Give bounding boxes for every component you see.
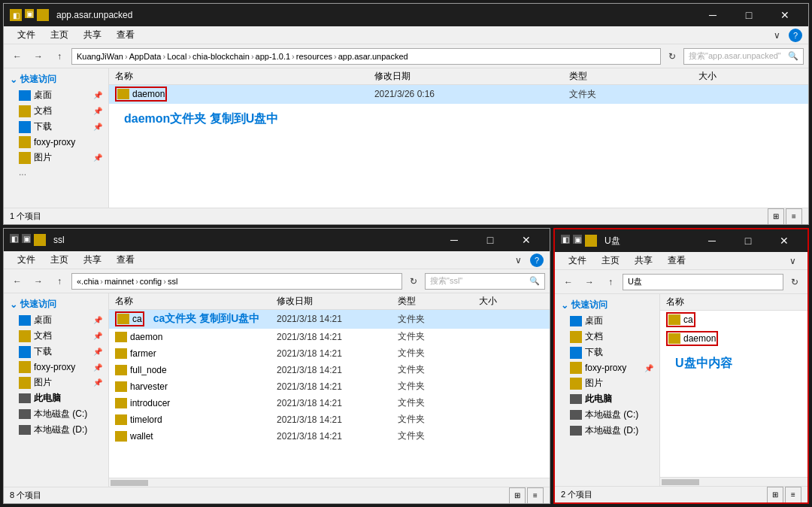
minimize-button-top[interactable]: ─ bbox=[695, 4, 730, 26]
collapse-btn-br[interactable]: ∨ bbox=[783, 252, 801, 270]
up-btn-top[interactable]: ↑ bbox=[50, 47, 68, 65]
sidebar-computer-br[interactable]: 此电脑 bbox=[555, 391, 659, 407]
table-row[interactable]: introducer 2021/3/18 14:21 文件夹 bbox=[109, 395, 550, 411]
menu-share-top[interactable]: 共享 bbox=[76, 27, 109, 43]
table-row[interactable]: ca ca文件夹 复制到U盘中 2021/3/18 14:21 文件夹 bbox=[109, 310, 550, 329]
refresh-btn-top[interactable]: ↻ bbox=[664, 48, 680, 65]
menu-view-bl[interactable]: 查看 bbox=[109, 252, 142, 268]
sidebar-dl-br[interactable]: 下载 bbox=[555, 345, 659, 360]
sidebar-c-br[interactable]: 本地磁盘 (C:) bbox=[555, 407, 659, 423]
menu-home-top[interactable]: 主页 bbox=[43, 27, 76, 43]
menu-view-top[interactable]: 查看 bbox=[109, 27, 142, 43]
sidebar-foxy-br[interactable]: foxy-proxy 📌 bbox=[555, 360, 659, 375]
quick-access-bl[interactable]: ⌄ 快速访问 bbox=[4, 296, 108, 312]
grid-view-icon[interactable]: ⊞ bbox=[768, 208, 784, 225]
sidebar-item-docs-top[interactable]: 文档 📌 bbox=[4, 103, 108, 119]
address-path-bl[interactable]: «.chia › mainnet › config › ssl bbox=[71, 273, 402, 290]
col-name-bl: 名称 bbox=[115, 295, 277, 308]
table-row[interactable]: timelord 2021/3/18 14:21 文件夹 bbox=[109, 411, 550, 428]
list-view-bl[interactable]: ≡ bbox=[527, 487, 544, 504]
sidebar-item-downloads-top[interactable]: 下载 📌 bbox=[4, 119, 108, 135]
computer-icon-br bbox=[570, 394, 582, 404]
table-row[interactable]: daemon bbox=[660, 329, 807, 348]
table-row[interactable]: ca bbox=[660, 311, 807, 329]
address-path-top[interactable]: KuangJiWan › AppData › Local › chia-bloc… bbox=[71, 48, 661, 65]
bl-annotation: ca文件夹 复制到U盘中 bbox=[153, 312, 260, 326]
hscroll-thumb-br[interactable] bbox=[662, 479, 699, 485]
help-btn-bl[interactable]: ? bbox=[530, 254, 544, 267]
sidebar-item-foxy-top[interactable]: foxy-proxy bbox=[4, 135, 108, 150]
close-button-top[interactable]: ✕ bbox=[768, 4, 802, 26]
close-btn-br[interactable]: ✕ bbox=[767, 229, 801, 252]
up-btn-br[interactable]: ↑ bbox=[601, 273, 620, 291]
close-btn-bl[interactable]: ✕ bbox=[509, 229, 544, 251]
sidebar-dl-bl[interactable]: 下载 📌 bbox=[4, 344, 108, 360]
menu-file-bl[interactable]: 文件 bbox=[10, 252, 43, 268]
minimize-btn-br[interactable]: ─ bbox=[695, 229, 729, 252]
minimize-btn-bl[interactable]: ─ bbox=[437, 229, 471, 251]
col-size-top: 大小 bbox=[698, 70, 802, 83]
sidebar-pics-bl[interactable]: 图片 📌 bbox=[4, 375, 108, 390]
folder-icon-farmer bbox=[115, 348, 127, 359]
sidebar-item-pics-top[interactable]: 图片 📌 bbox=[4, 150, 108, 165]
sidebar-c-bl[interactable]: 本地磁盘 (C:) bbox=[4, 406, 108, 422]
address-path-br[interactable]: U盘 bbox=[623, 274, 783, 290]
forward-btn-top[interactable]: → bbox=[29, 47, 47, 65]
back-btn-top[interactable]: ← bbox=[8, 47, 26, 65]
col-date-bl: 修改日期 bbox=[277, 295, 398, 308]
menu-home-br[interactable]: 主页 bbox=[594, 253, 627, 269]
sidebar-docs-bl[interactable]: 文档 📌 bbox=[4, 328, 108, 344]
hscroll-thumb[interactable] bbox=[111, 480, 148, 486]
table-row[interactable]: full_node 2021/3/18 14:21 文件夹 bbox=[109, 362, 550, 378]
search-icon-top[interactable]: 🔍 bbox=[788, 51, 798, 61]
list-view-br[interactable]: ≡ bbox=[785, 487, 801, 503]
menu-share-br[interactable]: 共享 bbox=[627, 253, 660, 269]
path-ssl: ssl bbox=[168, 277, 177, 286]
grid-view-bl[interactable]: ⊞ bbox=[509, 487, 526, 504]
table-row[interactable]: harvester 2021/3/18 14:21 文件夹 bbox=[109, 378, 550, 395]
collapse-btn-bl[interactable]: ∨ bbox=[509, 251, 527, 269]
file-name-introducer: introducer bbox=[115, 398, 277, 408]
search-icon-bl[interactable]: 🔍 bbox=[529, 276, 540, 286]
menu-file-br[interactable]: 文件 bbox=[561, 253, 594, 269]
sidebar-foxy-bl[interactable]: foxy-proxy 📌 bbox=[4, 360, 108, 375]
sidebar-d-bl[interactable]: 本地磁盘 (D:) bbox=[4, 422, 108, 438]
back-btn-br[interactable]: ← bbox=[559, 273, 577, 291]
sidebar-computer-bl[interactable]: 此电脑 bbox=[4, 390, 108, 406]
menu-view-br[interactable]: 查看 bbox=[660, 253, 693, 269]
sidebar-pics-br[interactable]: 图片 bbox=[555, 375, 659, 391]
maximize-btn-br[interactable]: □ bbox=[731, 229, 765, 252]
menu-home-bl[interactable]: 主页 bbox=[43, 252, 76, 268]
sidebar-desktop-bl[interactable]: 桌面 📌 bbox=[4, 312, 108, 328]
refresh-btn-br[interactable]: ↻ bbox=[786, 274, 803, 290]
help-btn-top[interactable]: ? bbox=[789, 29, 802, 42]
sidebar-docs-br[interactable]: 文档 bbox=[555, 329, 659, 345]
refresh-btn-bl[interactable]: ↻ bbox=[405, 273, 422, 290]
table-row[interactable]: farmer 2021/3/18 14:21 文件夹 bbox=[109, 345, 550, 362]
menu-file-top[interactable]: 文件 bbox=[10, 27, 43, 43]
list-view-icon[interactable]: ≡ bbox=[786, 208, 802, 225]
quick-access-br[interactable]: ⌄ 快速访问 bbox=[555, 297, 659, 313]
menu-bar-top: 文件 主页 共享 查看 ∨ ? bbox=[4, 26, 808, 44]
back-btn-bl[interactable]: ← bbox=[8, 272, 26, 290]
sidebar-item-desktop-top[interactable]: 桌面 📌 bbox=[4, 87, 108, 103]
maximize-button-top[interactable]: □ bbox=[732, 4, 766, 26]
grid-view-br[interactable]: ⊞ bbox=[767, 487, 783, 503]
table-row[interactable]: daemon 2021/3/18 14:21 文件夹 bbox=[109, 329, 550, 345]
menu-share-bl[interactable]: 共享 bbox=[76, 252, 109, 268]
sidebar-d-br[interactable]: 本地磁盘 (D:) bbox=[555, 423, 659, 439]
table-row[interactable]: daemon 2021/3/26 0:16 文件夹 bbox=[109, 85, 808, 104]
chevron-bl: ⌄ bbox=[10, 299, 17, 310]
window-controls-br: ─ □ ✕ bbox=[695, 229, 801, 252]
foxy-icon bbox=[19, 136, 31, 148]
up-btn-bl[interactable]: ↑ bbox=[50, 272, 68, 290]
table-row[interactable]: wallet 2021/3/18 14:21 文件夹 bbox=[109, 428, 550, 445]
forward-btn-bl[interactable]: → bbox=[29, 272, 47, 290]
forward-btn-br[interactable]: → bbox=[580, 273, 598, 291]
quick-access-header-top[interactable]: ⌄ 快速访问 bbox=[4, 71, 108, 87]
collapse-btn-top[interactable]: ∨ bbox=[768, 26, 786, 44]
sidebar-item-more[interactable]: ... bbox=[4, 165, 108, 179]
maximize-btn-bl[interactable]: □ bbox=[473, 229, 508, 251]
sidebar-desktop-br[interactable]: 桌面 bbox=[555, 313, 659, 329]
daemon-label: daemon bbox=[132, 89, 165, 99]
